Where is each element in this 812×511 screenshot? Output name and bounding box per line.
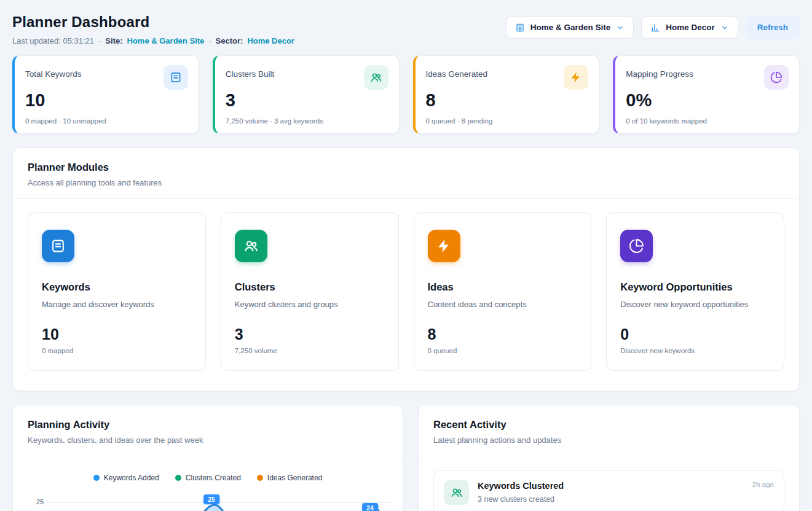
header-controls: Home & Garden Site Home Decor Refresh [506, 16, 800, 39]
legend-dot-orange [257, 475, 263, 481]
module-card-ideas[interactable]: Ideas Content ideas and concepts 8 0 que… [414, 213, 592, 371]
site-label: Site: [105, 36, 122, 45]
module-value: 3 [235, 326, 385, 343]
site-link[interactable]: Home & Garden Site [127, 36, 205, 45]
stat-card-header: Clusters Built [226, 65, 388, 92]
stat-card-ideas-generated: Ideas Generated 8 0 queued · 8 pending [413, 55, 600, 134]
legend-item-keywords-added: Keywords Added [93, 474, 159, 482]
planner-dashboard-page: Planner Dashboard Last updated: 05:31:21… [0, 0, 812, 511]
sector-selector-value: Home Decor [666, 23, 715, 32]
activity-title: Keywords Clustered [478, 481, 564, 491]
activity-timestamp: 2h ago [752, 481, 774, 488]
planning-activity-panel: Planning Activity Keywords, clusters, an… [12, 405, 403, 511]
stat-value: 10 [25, 90, 188, 111]
users-icon [444, 480, 469, 505]
legend-item-clusters-created: Clusters Created [175, 474, 241, 482]
last-updated-text: Last updated: 05:31:21 [12, 36, 94, 45]
stat-detail: 0 mapped · 10 unmapped [25, 117, 188, 125]
header-left: Planner Dashboard Last updated: 05:31:21… [12, 14, 294, 45]
stat-card-total-keywords: Total Keywords 10 0 mapped · 10 unmapped [12, 55, 199, 134]
stat-label: Mapping Progress [626, 65, 693, 79]
header: Planner Dashboard Last updated: 05:31:21… [12, 14, 800, 45]
document-icon [42, 230, 74, 262]
pie-chart-icon [620, 230, 653, 262]
stat-value: 8 [426, 90, 589, 111]
panel-subtitle: Access all planning tools and features [28, 178, 784, 187]
module-description: Content ideas and concepts [428, 300, 578, 309]
activity-body: Keywords Clustered 2h ago 3 new clusters… [478, 480, 774, 504]
panel-header: Planner Modules Access all planning tool… [13, 148, 799, 198]
stat-card-mapping-progress: Mapping Progress 0% 0 of 10 keywords map… [613, 55, 800, 134]
data-point-label: 24 [362, 503, 378, 511]
panel-title: Planning Activity [28, 419, 388, 431]
panel-header: Planning Activity Keywords, clusters, an… [13, 405, 403, 456]
chevron-down-icon [720, 23, 729, 32]
module-title: Ideas [428, 281, 578, 293]
sector-link[interactable]: Home Decor [247, 36, 294, 45]
activity-description: 3 new clusters created [478, 495, 774, 504]
refresh-button[interactable]: Refresh [746, 16, 800, 39]
legend-label: Clusters Created [186, 474, 241, 482]
divider [419, 456, 799, 456]
users-icon [364, 65, 388, 90]
meta-separator: · [98, 36, 101, 45]
panel-title: Recent Activity [433, 419, 784, 431]
module-detail: Discover new keywords [620, 347, 770, 354]
planner-modules-panel: Planner Modules Access all planning tool… [12, 147, 800, 391]
module-detail: 7,250 volume [235, 347, 385, 354]
module-description: Manage and discover keywords [42, 300, 192, 309]
module-description: Discover new keyword opportunities [620, 300, 770, 309]
stat-card-header: Mapping Progress [626, 65, 789, 92]
document-icon [164, 65, 188, 90]
module-title: Clusters [235, 281, 385, 293]
module-value: 0 [620, 326, 770, 343]
users-icon [235, 230, 267, 262]
stat-label: Ideas Generated [426, 65, 488, 79]
header-meta: Last updated: 05:31:21 · Site: Home & Ga… [12, 36, 294, 45]
lightning-icon [564, 65, 588, 90]
legend-dot-blue [93, 475, 100, 481]
stat-card-clusters-built: Clusters Built 3 7,250 volume · 3 avg ke… [213, 55, 400, 134]
legend-label: Ideas Generated [267, 474, 322, 482]
lightning-icon [428, 230, 460, 262]
activity-head: Keywords Clustered 2h ago [478, 481, 774, 491]
site-selector-value: Home & Garden Site [530, 23, 611, 32]
sector-label: Sector: [216, 36, 243, 45]
module-card-keyword-opportunities[interactable]: Keyword Opportunities Discover new keywo… [606, 213, 784, 371]
sector-selector-dropdown[interactable]: Home Decor [641, 16, 738, 39]
stat-detail: 0 of 10 keywords mapped [626, 117, 789, 125]
module-title: Keyword Opportunities [620, 281, 770, 293]
legend-label: Keywords Added [104, 474, 159, 482]
module-value: 10 [42, 326, 192, 343]
stat-value: 3 [226, 90, 388, 111]
modules-grid: Keywords Manage and discover keywords 10… [13, 199, 799, 391]
legend-dot-green [175, 475, 181, 481]
stat-card-header: Ideas Generated [426, 65, 589, 92]
stat-card-header: Total Keywords [25, 65, 188, 92]
module-card-clusters[interactable]: Clusters Keyword clusters and groups 3 7… [221, 213, 399, 371]
legend-item-ideas-generated: Ideas Generated [257, 474, 322, 482]
panel-subtitle: Keywords, clusters, and ideas over the p… [28, 435, 388, 445]
stat-value: 0% [626, 90, 789, 111]
module-card-keywords[interactable]: Keywords Manage and discover keywords 10… [28, 213, 206, 371]
module-detail: 0 queued [428, 347, 578, 354]
keywords-added-area-series [49, 490, 390, 511]
stats-row: Total Keywords 10 0 mapped · 10 unmapped… [12, 55, 800, 134]
page-title: Planner Dashboard [12, 14, 294, 31]
module-title: Keywords [42, 281, 192, 293]
module-description: Keyword clusters and groups [235, 300, 385, 309]
site-selector-dropdown[interactable]: Home & Garden Site [506, 16, 634, 39]
panel-title: Planner Modules [28, 162, 784, 173]
stat-label: Clusters Built [226, 65, 275, 79]
stat-detail: 7,250 volume · 3 avg keywords [226, 117, 388, 125]
stat-detail: 0 queued · 8 pending [426, 117, 589, 125]
activity-item-keywords-clustered: Keywords Clustered 2h ago 3 new clusters… [433, 470, 784, 511]
bottom-row: Planning Activity Keywords, clusters, an… [12, 405, 800, 511]
y-axis-tick: 25 [36, 498, 44, 505]
planning-activity-chart: 25 25 24 [19, 490, 396, 511]
pie-chart-icon [764, 65, 789, 90]
chevron-down-icon [616, 23, 625, 32]
module-detail: 0 mapped [42, 347, 192, 354]
building-icon [515, 23, 525, 33]
meta-separator: · [208, 36, 211, 45]
